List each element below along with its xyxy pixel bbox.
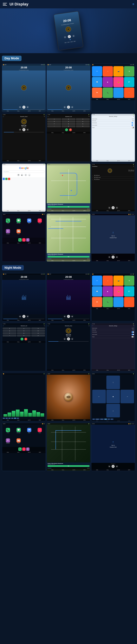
food-call[interactable]: CALL xyxy=(62,420,64,420)
nav-auto-d2[interactable]: AUTO xyxy=(72,110,75,112)
cp-dock-podcast[interactable]: 🎙 xyxy=(26,238,30,242)
cp-auto[interactable]: AUTO xyxy=(28,242,30,244)
ncp-dock-music[interactable]: ♪ xyxy=(22,448,26,451)
eq-btn-4[interactable]: EQ4 xyxy=(11,418,14,419)
nbt2-auto[interactable]: AUTO xyxy=(72,370,75,371)
nmap-auto[interactable]: AUTO xyxy=(72,470,75,470)
night-app-browser[interactable]: 🌐 xyxy=(113,297,124,307)
app-maps[interactable]: 🗺 xyxy=(92,88,102,98)
app-telegram[interactable]: ✈ xyxy=(92,66,102,76)
nbt1-mps[interactable]: MPS xyxy=(39,342,41,342)
night-app-wechat[interactable]: 💬 xyxy=(92,286,102,296)
song-item-2[interactable]: 2 华佗_对花_II.mp3 xyxy=(92,176,134,178)
an-call[interactable]: CALL xyxy=(106,420,109,421)
nav-auto-d1[interactable]: AUTO xyxy=(28,110,30,112)
nnav-prev[interactable]: ⏮ xyxy=(108,465,110,468)
navigation-icon[interactable]: ≡ xyxy=(132,2,134,6)
key-6[interactable]: 6 xyxy=(76,120,90,122)
bt-next[interactable]: ⏭ xyxy=(26,128,29,131)
n1-auto[interactable]: AUTO xyxy=(28,320,30,321)
nkey-6[interactable]: 6 xyxy=(31,330,45,332)
night-app-photos[interactable]: 📷 xyxy=(113,276,124,286)
nbt-auto-connect-toggle[interactable] xyxy=(132,334,134,335)
cp-messages-app[interactable]: 💬 Messages xyxy=(14,216,24,226)
nbt1-auto[interactable]: AUTO xyxy=(28,342,30,342)
next-btn-n1[interactable]: ⏭ xyxy=(26,315,29,318)
ncp-music-app[interactable]: ♪ Music xyxy=(35,426,45,436)
nbt-play[interactable]: ▶ xyxy=(67,338,70,340)
app-phone[interactable]: 📞 xyxy=(102,88,113,98)
eq-btn-1[interactable]: EQ1 xyxy=(3,418,5,419)
nkey-hash[interactable]: # xyxy=(31,334,45,336)
night-app-settings[interactable]: ⚙ xyxy=(124,276,134,286)
bt1-auto[interactable]: AUTO xyxy=(28,160,30,161)
n2-auto[interactable]: AUTO xyxy=(72,320,75,321)
prev-btn-n2[interactable]: ⏮ xyxy=(64,315,66,318)
bt-prev[interactable]: ⏮ xyxy=(19,128,21,131)
ncp-podcast-app[interactable]: 🎙 Podcasts xyxy=(3,436,13,446)
shortcut-1[interactable] xyxy=(3,178,5,180)
social-call[interactable]: CALL xyxy=(106,210,109,211)
nbt-call-close[interactable]: ✕ xyxy=(44,325,45,326)
nkey-7[interactable]: 7 xyxy=(3,332,16,334)
key-8[interactable]: 8 xyxy=(62,123,75,125)
call-end-btn[interactable]: ✕ xyxy=(69,128,72,131)
eq-btn-3[interactable]: EQ3 xyxy=(8,418,11,419)
hero-prev-btn[interactable]: ⏮ xyxy=(64,36,66,38)
key-9[interactable]: 9 xyxy=(76,123,90,125)
social-auto[interactable]: AUTO xyxy=(117,210,120,211)
nav-call-d3[interactable]: CALL xyxy=(106,99,109,100)
play-btn-d1[interactable]: ⏸ xyxy=(22,106,26,109)
prev-btn-d1[interactable]: ⏮ xyxy=(19,106,21,108)
prev-btn-d2[interactable]: ⏮ xyxy=(64,106,66,108)
bt-music-close[interactable]: ✕ xyxy=(44,116,45,117)
social-close[interactable]: ✕ xyxy=(133,166,134,167)
key-4[interactable]: 4 xyxy=(47,120,61,122)
nnav-play[interactable]: ▶ xyxy=(112,465,115,468)
arrow-center-btn[interactable]: ● xyxy=(106,390,120,403)
n3-dial[interactable]: DIAL xyxy=(96,308,98,309)
food-auto[interactable]: AUTO xyxy=(72,420,75,420)
cp-phone-app[interactable]: 📞 Phone xyxy=(3,216,13,226)
ncp-call[interactable]: CALL xyxy=(17,452,20,453)
nkey-8[interactable]: 8 xyxy=(17,332,31,334)
night-app-music[interactable]: ♪ xyxy=(102,276,113,286)
np-play[interactable]: ▶ xyxy=(112,256,115,259)
bt3-auto[interactable]: AUTO xyxy=(117,160,120,161)
cp-go-button[interactable]: GO xyxy=(48,256,89,258)
bt-play[interactable]: ▶ xyxy=(22,128,26,131)
hero-next-btn[interactable]: ⏭ xyxy=(72,35,75,37)
food-mps[interactable]: MPS xyxy=(84,420,86,420)
key-7[interactable]: 7 xyxy=(47,123,61,125)
app-radio[interactable]: 📻 xyxy=(113,77,124,87)
bt3-mps[interactable]: MPS xyxy=(128,160,130,161)
nbt2-dial[interactable]: DIAL xyxy=(52,370,54,371)
map-call[interactable]: CALL xyxy=(62,210,64,211)
nbt-next[interactable]: ⏭ xyxy=(71,338,74,340)
google-auto[interactable]: AUTO xyxy=(28,210,30,211)
nav-ctrl-3[interactable]: ZOOM- xyxy=(100,418,104,420)
menu-icon[interactable] xyxy=(3,2,8,7)
bt1-dial[interactable]: DIAL xyxy=(7,160,9,161)
eq-auto[interactable]: AUTO xyxy=(28,420,30,420)
play-btn-n2[interactable]: ⏸ xyxy=(67,315,70,318)
night-app-maps[interactable]: 🗺 xyxy=(92,297,102,307)
social-play[interactable]: ▶ xyxy=(112,206,115,209)
song-item-3[interactable]: 3 华佗_对花.mp3 xyxy=(92,178,134,180)
food-dial[interactable]: DIAL xyxy=(52,420,54,420)
ncp-phone-app[interactable]: 📞 Phone xyxy=(3,426,13,436)
ncp-maps-app[interactable]: 🗺 Maps xyxy=(24,426,34,436)
social-mps[interactable]: MPS xyxy=(128,210,130,211)
google-mail-btn[interactable]: ✉ xyxy=(24,174,27,176)
night-app-bt[interactable]: BT xyxy=(124,286,134,296)
eq-dial[interactable]: DIAL xyxy=(7,420,9,420)
app-photos[interactable]: 📷 xyxy=(113,66,124,76)
n3-call[interactable]: CALL xyxy=(106,308,109,309)
n1-call[interactable]: CALL xyxy=(17,320,20,321)
prev-btn-n1[interactable]: ⏮ xyxy=(19,315,21,318)
bt-settings-close[interactable]: ✕ xyxy=(133,116,134,117)
auto-connect-toggle[interactable] xyxy=(132,124,134,126)
eq-mps[interactable]: MPS xyxy=(39,420,41,420)
arrow-up-btn[interactable]: ↑ xyxy=(106,376,120,389)
hero-play-btn[interactable]: ⏸ xyxy=(68,35,71,38)
